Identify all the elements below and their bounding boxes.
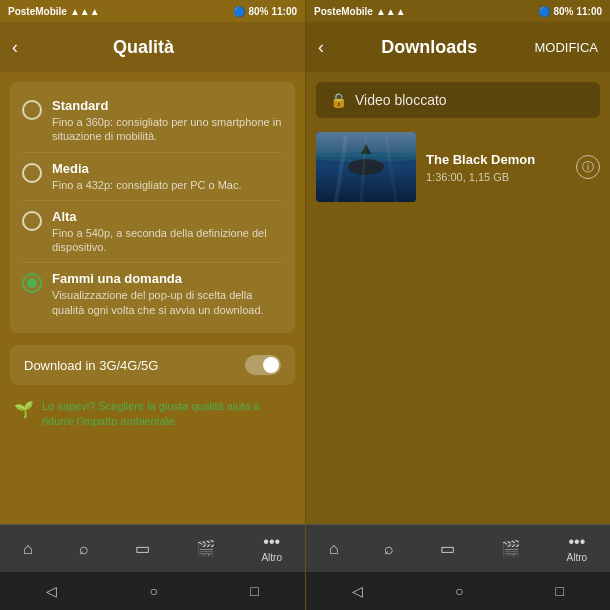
signal-icon-left: ▲▲▲ [70,6,100,17]
left-title: Qualità [28,37,259,58]
eco-message: 🌱 Lo sapevi? Scegliere la giusta qualità… [10,399,295,430]
video-icon-right: 🎬 [501,541,521,557]
signal-icon-right: ▲▲▲ [376,6,406,17]
quality-options-section: Standard Fino a 360p: consigliato per un… [10,82,295,333]
blocked-banner: 🔒 Video bloccato [316,82,600,118]
home-icon-right: ⌂ [329,541,339,557]
quality-name-standard: Standard [52,98,283,113]
right-title: Downloads [334,37,524,58]
nav-home-right[interactable]: ⌂ [329,541,339,557]
time-right: 11:00 [576,6,602,17]
radio-media[interactable] [22,163,42,183]
search-icon-left: ⌕ [79,541,89,557]
video-item-black-demon[interactable]: The Black Demon 1:36:00, 1,15 GB ⓘ [316,128,600,206]
video-icon-left: 🎬 [196,541,216,557]
nav-video-left[interactable]: 🎬 [196,541,216,557]
svg-point-4 [348,159,384,175]
blocked-text: Video bloccato [355,92,447,108]
status-bar-left: PosteMobile ▲▲▲ 🔵 80% 11:00 [0,0,305,22]
eco-text: Lo sapevi? Scegliere la giusta qualità a… [42,399,291,430]
radio-inner-ask [27,278,37,288]
thumb-inner [316,132,416,202]
quality-option-standard[interactable]: Standard Fino a 360p: consigliato per un… [22,90,283,153]
quality-desc-ask: Visualizzazione del pop-up di scelta del… [52,288,283,317]
quality-desc-alta: Fino a 540p, a seconda della definizione… [52,226,283,255]
bluetooth-icon-left: 🔵 [233,6,245,17]
more-label-left: Altro [261,552,282,563]
video-title: The Black Demon [426,152,566,167]
nav-more-right[interactable]: ••• Altro [567,534,588,563]
nav-search-right[interactable]: ⌕ [384,541,394,557]
carrier-left: PosteMobile [8,6,67,17]
video-info-button[interactable]: ⓘ [576,155,600,179]
modifica-button[interactable]: MODIFICA [534,40,598,55]
status-bar-right: PosteMobile ▲▲▲ 🔵 80% 11:00 [306,0,610,22]
left-header: ‹ Qualità [0,22,305,72]
more-label-right: Altro [567,552,588,563]
quality-name-media: Media [52,161,283,176]
battery-right: 80% [553,6,573,17]
toggle-knob [263,357,279,373]
carrier-right: PosteMobile [314,6,373,17]
quality-option-alta[interactable]: Alta Fino a 540p, a seconda della defini… [22,201,283,264]
toggle-label: Download in 3G/4G/5G [24,358,158,373]
quality-desc-standard: Fino a 360p: consigliato per uno smartph… [52,115,283,144]
video-info: The Black Demon 1:36:00, 1,15 GB [426,152,566,183]
quality-option-media[interactable]: Media Fino a 432p: consigliato per PC o … [22,153,283,201]
status-right-left: 🔵 80% 11:00 [233,6,297,17]
sys-home-right[interactable]: ○ [449,577,469,605]
radio-ask[interactable] [22,273,42,293]
more-icon-left: ••• [263,534,280,550]
right-panel: PosteMobile ▲▲▲ 🔵 80% 11:00 ‹ Downloads … [305,0,610,610]
status-left: PosteMobile ▲▲▲ [8,6,100,17]
nav-home-left[interactable]: ⌂ [23,541,33,557]
nav-screen-left[interactable]: ▭ [135,541,150,557]
sys-home-left[interactable]: ○ [144,577,164,605]
back-button-left[interactable]: ‹ [12,37,18,58]
screen-icon-left: ▭ [135,541,150,557]
right-content: 🔒 Video bloccato [306,72,610,524]
home-icon-left: ⌂ [23,541,33,557]
quality-name-alta: Alta [52,209,283,224]
back-button-right[interactable]: ‹ [318,37,324,58]
status-right-right: 🔵 80% 11:00 [538,6,602,17]
nav-video-right[interactable]: 🎬 [501,541,521,557]
left-content: Standard Fino a 360p: consigliato per un… [0,72,305,524]
sys-back-right[interactable]: ◁ [346,577,369,605]
sys-back-left[interactable]: ◁ [40,577,63,605]
system-nav-right: ◁ ○ □ [306,572,610,610]
thumb-svg [316,132,416,202]
radio-alta[interactable] [22,211,42,231]
info-icon: ⓘ [582,159,594,176]
toggle-3g-section[interactable]: Download in 3G/4G/5G [10,345,295,385]
nav-search-left[interactable]: ⌕ [79,541,89,557]
search-icon-right: ⌕ [384,541,394,557]
lock-icon: 🔒 [330,92,347,108]
sys-recent-right[interactable]: □ [550,577,570,605]
nav-more-left[interactable]: ••• Altro [261,534,282,563]
time-left: 11:00 [271,6,297,17]
screen-icon-right: ▭ [440,541,455,557]
sys-recent-left[interactable]: □ [244,577,264,605]
eco-icon: 🌱 [14,400,34,419]
radio-standard[interactable] [22,100,42,120]
bottom-nav-right: ⌂ ⌕ ▭ 🎬 ••• Altro [306,524,610,572]
video-thumbnail [316,132,416,202]
toggle-switch-3g[interactable] [245,355,281,375]
nav-screen-right[interactable]: ▭ [440,541,455,557]
bluetooth-icon-right: 🔵 [538,6,550,17]
quality-name-ask: Fammi una domanda [52,271,283,286]
quality-option-ask[interactable]: Fammi una domanda Visualizzazione del po… [22,263,283,325]
right-header: ‹ Downloads MODIFICA [306,22,610,72]
status-left-right: PosteMobile ▲▲▲ [314,6,406,17]
battery-left: 80% [248,6,268,17]
bottom-nav-left: ⌂ ⌕ ▭ 🎬 ••• Altro [0,524,305,572]
more-icon-right: ••• [568,534,585,550]
video-meta: 1:36:00, 1,15 GB [426,171,566,183]
quality-desc-media: Fino a 432p: consigliato per PC o Mac. [52,178,283,192]
left-panel: PosteMobile ▲▲▲ 🔵 80% 11:00 ‹ Qualità St… [0,0,305,610]
system-nav-left: ◁ ○ □ [0,572,305,610]
